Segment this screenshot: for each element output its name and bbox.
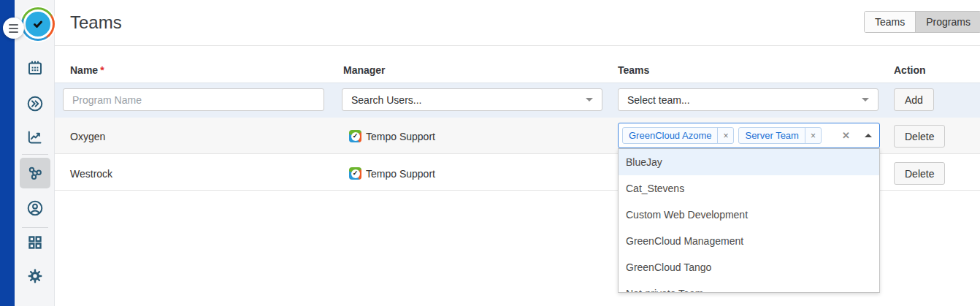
chevron-down-icon (862, 98, 869, 102)
team-select[interactable]: Select team... (618, 88, 878, 111)
chevron-up-icon[interactable] (865, 134, 872, 137)
sidebar-item-calendar[interactable] (26, 59, 44, 77)
calendar-icon (26, 59, 44, 77)
page-title: Teams (70, 12, 122, 33)
add-button[interactable]: Add (894, 88, 934, 111)
menu-icon (9, 24, 18, 26)
dropdown-option[interactable]: Not-private Team (619, 280, 879, 293)
report-chart-icon (26, 129, 44, 146)
programs-hierarchy-icon (26, 164, 44, 182)
dropdown-option[interactable]: Cat_Stevens (619, 175, 879, 202)
sidebar-item-planner[interactable] (26, 95, 44, 112)
dropdown-option[interactable]: Custom Web Development (619, 202, 879, 228)
dropdown-option[interactable]: GreenCloud Tango (619, 254, 879, 280)
team-tag: GreenCloud Azome × (622, 127, 734, 144)
manager-name: Tempo Support (366, 131, 435, 142)
toggle-programs-button[interactable]: Programs (915, 12, 980, 32)
team-tag: Server Team × (738, 127, 821, 144)
sidebar-item-programs[interactable] (26, 164, 44, 182)
apps-grid-icon (26, 234, 44, 251)
column-header-action: Action (894, 64, 926, 76)
chevron-down-icon (586, 98, 593, 102)
column-header-name: Name* (70, 64, 104, 76)
teams-multiselect[interactable]: GreenCloud Azome × Server Team × ✕ (618, 123, 880, 148)
settings-gear-icon (26, 267, 44, 285)
dropdown-option[interactable]: GreenCloud Management (619, 228, 879, 254)
sidebar-item-reports[interactable] (26, 129, 44, 146)
tempo-logo-check (23, 9, 53, 39)
sidebar-divider (22, 227, 48, 228)
manager-search-select[interactable]: Search Users... (342, 88, 602, 111)
tempo-logo[interactable] (21, 7, 55, 41)
program-name: Westrock (70, 168, 112, 180)
clear-all-icon[interactable]: ✕ (842, 130, 850, 141)
program-name-input[interactable] (63, 88, 324, 111)
sidebar-divider (22, 154, 48, 155)
delete-button[interactable]: Delete (894, 125, 945, 148)
delete-button[interactable]: Delete (894, 162, 945, 185)
menu-button[interactable] (3, 18, 24, 39)
column-header-manager: Manager (343, 64, 386, 76)
required-marker: * (100, 64, 104, 76)
view-toggle: Teams Programs (864, 11, 980, 33)
teams-dropdown-menu: BlueJay Cat_Stevens Custom Web Developme… (618, 148, 880, 293)
account-icon (26, 199, 44, 217)
manager-avatar: ✓ (349, 167, 361, 180)
toggle-teams-button[interactable]: Teams (865, 12, 915, 32)
column-header-teams: Teams (618, 64, 649, 76)
program-name: Oxygen (70, 131, 105, 142)
sidebar-item-settings[interactable] (26, 267, 44, 285)
manager-avatar: ✓ (349, 130, 361, 142)
rail-accent-strip (0, 0, 15, 306)
sidebar-item-apps[interactable] (26, 234, 44, 251)
sidebar-item-account[interactable] (26, 199, 44, 217)
dropdown-option[interactable]: BlueJay (619, 149, 879, 175)
sidebar (15, 0, 55, 306)
teams-programs-page: Teams Teams Programs Name* Manager Teams… (0, 0, 980, 306)
remove-tag-icon[interactable]: × (805, 128, 821, 143)
header-divider (55, 45, 980, 46)
remove-tag-icon[interactable]: × (717, 128, 733, 143)
manager-name: Tempo Support (366, 168, 435, 180)
skip-forward-icon (26, 95, 44, 112)
